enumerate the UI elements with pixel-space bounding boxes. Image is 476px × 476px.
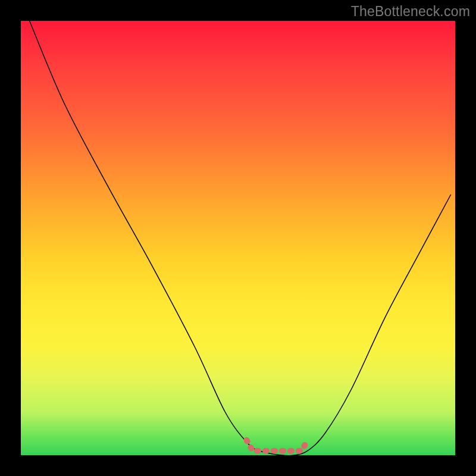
curve-svg [21,21,455,455]
bottleneck-curve [30,21,451,456]
plot-area [21,21,455,455]
optimal-range-marker [247,440,308,451]
watermark-label: TheBottleneck.com [351,4,470,20]
chart-stage: TheBottleneck.com [0,0,476,476]
